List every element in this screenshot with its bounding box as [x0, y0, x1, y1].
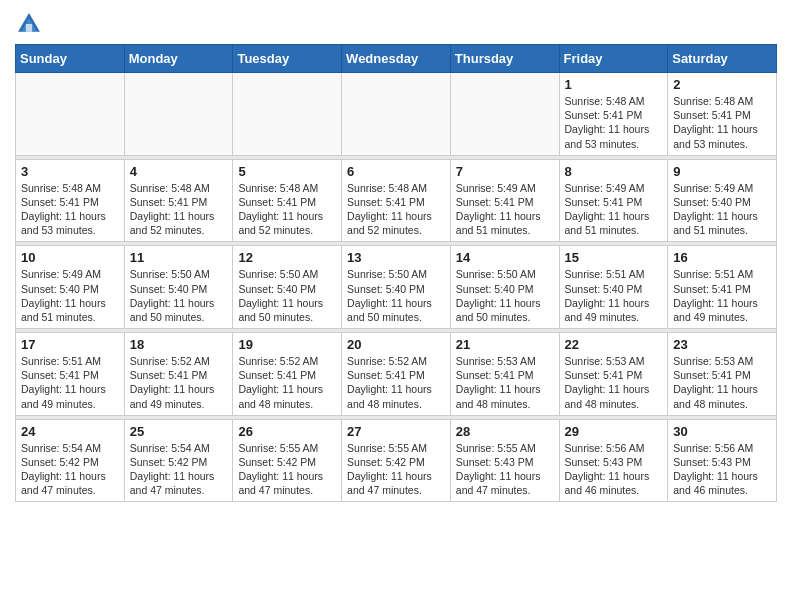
day-info: Sunrise: 5:56 AM Sunset: 5:43 PM Dayligh… [673, 441, 771, 498]
calendar-cell: 8Sunrise: 5:49 AM Sunset: 5:41 PM Daylig… [559, 159, 668, 242]
calendar-cell: 21Sunrise: 5:53 AM Sunset: 5:41 PM Dayli… [450, 333, 559, 416]
day-info: Sunrise: 5:54 AM Sunset: 5:42 PM Dayligh… [21, 441, 119, 498]
day-info: Sunrise: 5:52 AM Sunset: 5:41 PM Dayligh… [238, 354, 336, 411]
calendar-cell: 20Sunrise: 5:52 AM Sunset: 5:41 PM Dayli… [342, 333, 451, 416]
day-info: Sunrise: 5:49 AM Sunset: 5:40 PM Dayligh… [673, 181, 771, 238]
calendar-cell: 6Sunrise: 5:48 AM Sunset: 5:41 PM Daylig… [342, 159, 451, 242]
weekday-header-row: SundayMondayTuesdayWednesdayThursdayFrid… [16, 45, 777, 73]
day-info: Sunrise: 5:48 AM Sunset: 5:41 PM Dayligh… [673, 94, 771, 151]
day-info: Sunrise: 5:48 AM Sunset: 5:41 PM Dayligh… [347, 181, 445, 238]
day-number: 20 [347, 337, 445, 352]
week-row-1: 3Sunrise: 5:48 AM Sunset: 5:41 PM Daylig… [16, 159, 777, 242]
day-number: 13 [347, 250, 445, 265]
day-info: Sunrise: 5:48 AM Sunset: 5:41 PM Dayligh… [238, 181, 336, 238]
calendar-cell [342, 73, 451, 156]
day-info: Sunrise: 5:53 AM Sunset: 5:41 PM Dayligh… [673, 354, 771, 411]
calendar-cell: 1Sunrise: 5:48 AM Sunset: 5:41 PM Daylig… [559, 73, 668, 156]
calendar: SundayMondayTuesdayWednesdayThursdayFrid… [15, 44, 777, 502]
day-info: Sunrise: 5:51 AM Sunset: 5:40 PM Dayligh… [565, 267, 663, 324]
calendar-cell [16, 73, 125, 156]
day-number: 1 [565, 77, 663, 92]
calendar-cell: 14Sunrise: 5:50 AM Sunset: 5:40 PM Dayli… [450, 246, 559, 329]
calendar-cell: 11Sunrise: 5:50 AM Sunset: 5:40 PM Dayli… [124, 246, 233, 329]
day-info: Sunrise: 5:55 AM Sunset: 5:42 PM Dayligh… [347, 441, 445, 498]
week-row-2: 10Sunrise: 5:49 AM Sunset: 5:40 PM Dayli… [16, 246, 777, 329]
day-number: 3 [21, 164, 119, 179]
calendar-cell [233, 73, 342, 156]
calendar-cell: 3Sunrise: 5:48 AM Sunset: 5:41 PM Daylig… [16, 159, 125, 242]
day-number: 11 [130, 250, 228, 265]
calendar-cell: 25Sunrise: 5:54 AM Sunset: 5:42 PM Dayli… [124, 419, 233, 502]
calendar-cell: 4Sunrise: 5:48 AM Sunset: 5:41 PM Daylig… [124, 159, 233, 242]
day-info: Sunrise: 5:49 AM Sunset: 5:41 PM Dayligh… [456, 181, 554, 238]
weekday-header-monday: Monday [124, 45, 233, 73]
day-number: 17 [21, 337, 119, 352]
calendar-cell: 9Sunrise: 5:49 AM Sunset: 5:40 PM Daylig… [668, 159, 777, 242]
week-row-3: 17Sunrise: 5:51 AM Sunset: 5:41 PM Dayli… [16, 333, 777, 416]
day-info: Sunrise: 5:50 AM Sunset: 5:40 PM Dayligh… [456, 267, 554, 324]
weekday-header-friday: Friday [559, 45, 668, 73]
day-info: Sunrise: 5:51 AM Sunset: 5:41 PM Dayligh… [21, 354, 119, 411]
weekday-header-tuesday: Tuesday [233, 45, 342, 73]
calendar-cell: 30Sunrise: 5:56 AM Sunset: 5:43 PM Dayli… [668, 419, 777, 502]
calendar-cell: 22Sunrise: 5:53 AM Sunset: 5:41 PM Dayli… [559, 333, 668, 416]
day-info: Sunrise: 5:51 AM Sunset: 5:41 PM Dayligh… [673, 267, 771, 324]
day-info: Sunrise: 5:48 AM Sunset: 5:41 PM Dayligh… [130, 181, 228, 238]
day-info: Sunrise: 5:48 AM Sunset: 5:41 PM Dayligh… [565, 94, 663, 151]
day-number: 30 [673, 424, 771, 439]
calendar-cell: 23Sunrise: 5:53 AM Sunset: 5:41 PM Dayli… [668, 333, 777, 416]
day-info: Sunrise: 5:52 AM Sunset: 5:41 PM Dayligh… [130, 354, 228, 411]
calendar-cell: 18Sunrise: 5:52 AM Sunset: 5:41 PM Dayli… [124, 333, 233, 416]
day-number: 23 [673, 337, 771, 352]
calendar-cell: 28Sunrise: 5:55 AM Sunset: 5:43 PM Dayli… [450, 419, 559, 502]
logo-icon [15, 10, 43, 38]
day-info: Sunrise: 5:49 AM Sunset: 5:41 PM Dayligh… [565, 181, 663, 238]
day-info: Sunrise: 5:49 AM Sunset: 5:40 PM Dayligh… [21, 267, 119, 324]
week-row-4: 24Sunrise: 5:54 AM Sunset: 5:42 PM Dayli… [16, 419, 777, 502]
calendar-cell: 12Sunrise: 5:50 AM Sunset: 5:40 PM Dayli… [233, 246, 342, 329]
day-number: 7 [456, 164, 554, 179]
calendar-cell: 13Sunrise: 5:50 AM Sunset: 5:40 PM Dayli… [342, 246, 451, 329]
calendar-cell: 16Sunrise: 5:51 AM Sunset: 5:41 PM Dayli… [668, 246, 777, 329]
calendar-cell: 29Sunrise: 5:56 AM Sunset: 5:43 PM Dayli… [559, 419, 668, 502]
svg-rect-2 [26, 24, 32, 32]
day-number: 8 [565, 164, 663, 179]
day-number: 10 [21, 250, 119, 265]
calendar-cell: 10Sunrise: 5:49 AM Sunset: 5:40 PM Dayli… [16, 246, 125, 329]
day-info: Sunrise: 5:50 AM Sunset: 5:40 PM Dayligh… [130, 267, 228, 324]
calendar-cell [450, 73, 559, 156]
weekday-header-saturday: Saturday [668, 45, 777, 73]
calendar-cell [124, 73, 233, 156]
day-number: 5 [238, 164, 336, 179]
day-number: 18 [130, 337, 228, 352]
calendar-cell: 26Sunrise: 5:55 AM Sunset: 5:42 PM Dayli… [233, 419, 342, 502]
day-info: Sunrise: 5:53 AM Sunset: 5:41 PM Dayligh… [456, 354, 554, 411]
calendar-cell: 15Sunrise: 5:51 AM Sunset: 5:40 PM Dayli… [559, 246, 668, 329]
calendar-cell: 2Sunrise: 5:48 AM Sunset: 5:41 PM Daylig… [668, 73, 777, 156]
day-number: 28 [456, 424, 554, 439]
day-number: 16 [673, 250, 771, 265]
calendar-cell: 27Sunrise: 5:55 AM Sunset: 5:42 PM Dayli… [342, 419, 451, 502]
logo [15, 10, 47, 38]
day-info: Sunrise: 5:55 AM Sunset: 5:42 PM Dayligh… [238, 441, 336, 498]
day-info: Sunrise: 5:53 AM Sunset: 5:41 PM Dayligh… [565, 354, 663, 411]
day-number: 12 [238, 250, 336, 265]
day-number: 2 [673, 77, 771, 92]
day-info: Sunrise: 5:54 AM Sunset: 5:42 PM Dayligh… [130, 441, 228, 498]
day-info: Sunrise: 5:50 AM Sunset: 5:40 PM Dayligh… [347, 267, 445, 324]
day-number: 15 [565, 250, 663, 265]
day-info: Sunrise: 5:50 AM Sunset: 5:40 PM Dayligh… [238, 267, 336, 324]
day-info: Sunrise: 5:48 AM Sunset: 5:41 PM Dayligh… [21, 181, 119, 238]
weekday-header-thursday: Thursday [450, 45, 559, 73]
page: SundayMondayTuesdayWednesdayThursdayFrid… [0, 0, 792, 517]
day-number: 19 [238, 337, 336, 352]
calendar-cell: 5Sunrise: 5:48 AM Sunset: 5:41 PM Daylig… [233, 159, 342, 242]
calendar-cell: 24Sunrise: 5:54 AM Sunset: 5:42 PM Dayli… [16, 419, 125, 502]
week-row-0: 1Sunrise: 5:48 AM Sunset: 5:41 PM Daylig… [16, 73, 777, 156]
calendar-cell: 19Sunrise: 5:52 AM Sunset: 5:41 PM Dayli… [233, 333, 342, 416]
day-number: 24 [21, 424, 119, 439]
day-number: 25 [130, 424, 228, 439]
weekday-header-wednesday: Wednesday [342, 45, 451, 73]
calendar-cell: 7Sunrise: 5:49 AM Sunset: 5:41 PM Daylig… [450, 159, 559, 242]
calendar-cell: 17Sunrise: 5:51 AM Sunset: 5:41 PM Dayli… [16, 333, 125, 416]
